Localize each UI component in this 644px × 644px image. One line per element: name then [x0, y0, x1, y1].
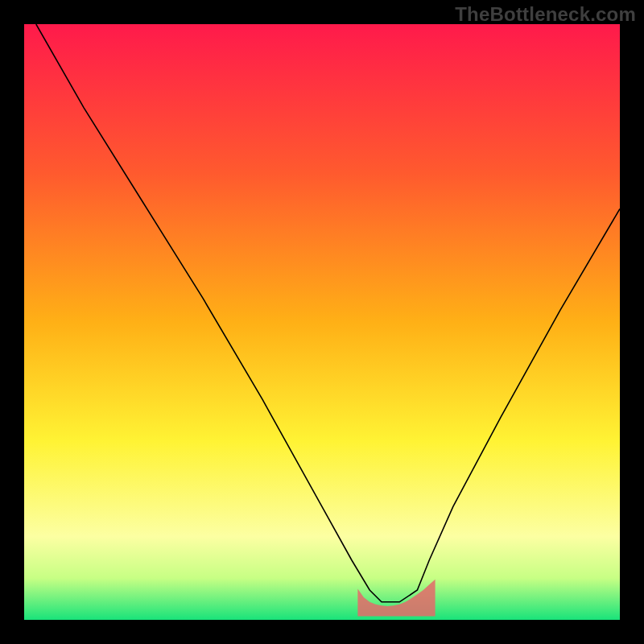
chart-frame: TheBottleneck.com: [0, 0, 644, 644]
watermark-text: TheBottleneck.com: [455, 3, 636, 26]
chart-svg: [24, 24, 620, 620]
gradient-background: [24, 24, 620, 620]
plot-area: [24, 24, 620, 620]
